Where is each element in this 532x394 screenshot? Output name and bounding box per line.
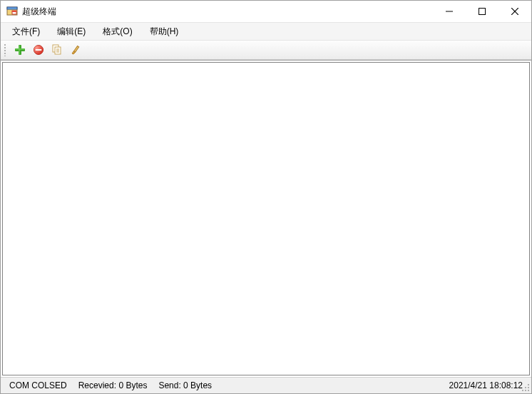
svg-point-24	[522, 390, 523, 391]
menu-file[interactable]: 文件(F)	[5, 24, 47, 39]
statusbar: COM COLSED Recevied: 0 Bytes Send: 0 Byt…	[1, 377, 531, 393]
toolbar-grip	[4, 43, 6, 56]
svg-rect-20	[73, 46, 78, 53]
copy-icon	[51, 44, 63, 56]
window-title: 超级终端	[22, 6, 56, 18]
svg-rect-3	[12, 11, 16, 12]
close-button[interactable]	[498, 1, 531, 22]
titlebar: 超级终端	[1, 1, 531, 22]
menubar: 文件(F) 编辑(E) 格式(O) 帮助(H)	[1, 22, 531, 41]
brush-icon	[70, 44, 81, 56]
title-left: 超级终端	[6, 6, 56, 18]
svg-rect-14	[36, 49, 42, 51]
svg-rect-1	[7, 7, 17, 9]
svg-rect-5	[479, 9, 486, 15]
svg-point-25	[525, 390, 526, 391]
svg-point-23	[528, 387, 529, 388]
client-wrap	[1, 60, 531, 377]
status-send: Send: 0 Bytes	[153, 380, 218, 390]
app-icon	[6, 6, 18, 17]
copy-button[interactable]	[51, 43, 63, 56]
add-button[interactable]	[14, 43, 26, 56]
menu-edit[interactable]: 编辑(E)	[50, 24, 93, 39]
status-datetime: 2021/4/21 18:08:12	[444, 380, 528, 390]
svg-rect-10	[19, 46, 20, 55]
remove-button[interactable]	[32, 43, 45, 56]
svg-point-21	[528, 384, 529, 385]
minus-icon	[33, 44, 44, 56]
resize-grip[interactable]	[520, 382, 530, 392]
minimize-button[interactable]	[433, 1, 466, 22]
toolbar	[1, 41, 531, 60]
window-controls	[433, 1, 531, 22]
svg-point-22	[525, 387, 526, 388]
menu-format[interactable]: 格式(O)	[96, 24, 139, 39]
maximize-button[interactable]	[466, 1, 498, 22]
app-window: 超级终端 文件(F) 编辑(E) 格式(O) 帮助(H)	[0, 0, 532, 394]
status-com: COM COLSED	[4, 380, 73, 390]
status-received: Recevied: 0 Bytes	[73, 380, 153, 390]
plus-icon	[14, 44, 26, 56]
clear-button[interactable]	[69, 43, 82, 56]
svg-rect-11	[16, 49, 25, 50]
terminal-textarea[interactable]	[2, 62, 530, 375]
svg-point-26	[528, 390, 529, 391]
menu-help[interactable]: 帮助(H)	[143, 24, 186, 39]
